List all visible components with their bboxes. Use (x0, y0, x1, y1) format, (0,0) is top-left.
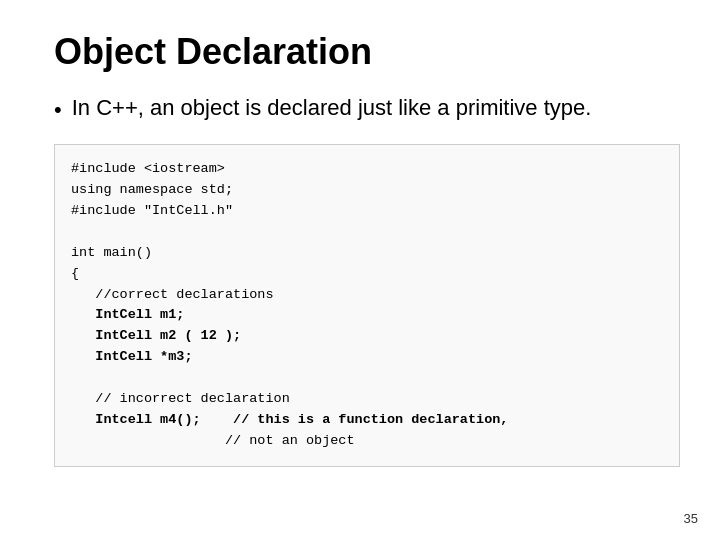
slide-title: Object Declaration (54, 30, 680, 73)
code-line: // incorrect declaration (71, 389, 663, 410)
code-line (71, 222, 663, 243)
code-line: { (71, 264, 663, 285)
code-block: #include <iostream>using namespace std;#… (54, 144, 680, 467)
code-line: int main() (71, 243, 663, 264)
code-line (71, 368, 663, 389)
slide-number: 35 (684, 511, 698, 526)
code-line: IntCell m2 ( 12 ); (71, 326, 663, 347)
code-line: // not an object (71, 431, 663, 452)
code-line: Intcell m4(); // this is a function decl… (71, 410, 663, 431)
code-line: using namespace std; (71, 180, 663, 201)
code-line: #include "IntCell.h" (71, 201, 663, 222)
code-line: #include <iostream> (71, 159, 663, 180)
bullet-item: • In C++, an object is declared just lik… (54, 93, 680, 126)
bullet-dot: • (54, 95, 62, 126)
code-line: IntCell *m3; (71, 347, 663, 368)
bullet-section: • In C++, an object is declared just lik… (54, 93, 680, 126)
bullet-text: In C++, an object is declared just like … (72, 93, 592, 124)
code-line: IntCell m1; (71, 305, 663, 326)
code-line: //correct declarations (71, 285, 663, 306)
